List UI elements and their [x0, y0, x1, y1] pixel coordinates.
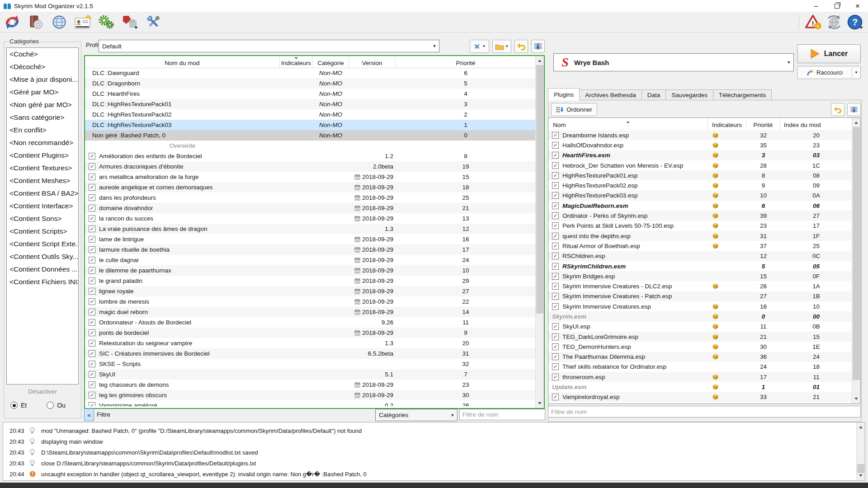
scrollbar-thumb[interactable] — [857, 464, 864, 473]
mod-row[interactable]: ✓la rancon du succes122018-09-2913 — [85, 213, 536, 224]
overwrite-separator-row[interactable]: Overwrite — [85, 141, 536, 151]
tab-archives-bethesda[interactable]: Archives Bethesda — [580, 89, 642, 100]
mod-row[interactable]: ✓SIC - Créatures immersives de Bordeciel… — [85, 348, 536, 359]
mod-checkbox[interactable]: ✓ — [89, 153, 95, 160]
plugin-row[interactable]: ✓Hebrock_Der Schatten von Meresis - EV.e… — [548, 160, 852, 170]
mod-row[interactable]: DLC :DragonbornNon-MO5 — [85, 78, 536, 89]
plugin-checkbox[interactable]: ✓ — [552, 333, 559, 340]
plugin-row[interactable]: ✓RSkyrimChildren.esm505 — [548, 261, 852, 271]
mod-row[interactable]: ✓lombre de meresis122018-09-2922 — [85, 296, 536, 307]
plugin-checkbox[interactable]: ✓ — [552, 202, 559, 209]
categories-list[interactable]: <Coché><Décoché><Mise à jour disponi...<… — [6, 47, 79, 385]
mod-row[interactable]: ✓SkyUI5.17 — [85, 369, 536, 380]
scroll-down-icon[interactable] — [536, 400, 544, 408]
update-check-icon[interactable] — [826, 14, 843, 31]
tab-plugins[interactable]: Plugins — [548, 88, 580, 100]
mod-row[interactable]: ✓Armures draconiques d'ébonite2.0beta19 — [85, 161, 536, 172]
plugin-checkbox[interactable]: ✓ — [552, 293, 559, 300]
plugin-filter-input[interactable] — [548, 406, 861, 418]
mod-row[interactable]: ✓lignee royale122018-09-2927 — [85, 286, 536, 296]
profile-card-icon[interactable] — [74, 14, 91, 31]
mod-checkbox[interactable]: ✓ — [89, 361, 95, 367]
column-header-indicateurs[interactable]: Indicateurs — [280, 56, 313, 68]
plugin-row[interactable]: ✓Skyrim Immersive Creatures - DLC2.esp26… — [548, 281, 852, 291]
filter-collapse-button[interactable]: « — [84, 408, 94, 421]
close-button[interactable]: ✕ — [847, 0, 868, 12]
mod-checkbox[interactable]: ✓ — [89, 350, 95, 357]
plugin-row[interactable]: ✓Skyrim Bridges.esp150F — [548, 271, 852, 281]
mod-row[interactable]: Non géré :Bashed Patch, 0Non-MO0 — [85, 130, 536, 141]
category-item[interactable]: <En conflit> — [7, 124, 78, 136]
mod-row[interactable]: DLC :HighResTexturePack01Non-MO3 — [85, 99, 536, 109]
category-item[interactable]: <Contient Scripts> — [7, 225, 78, 238]
help-dropdown-arrow[interactable] — [859, 27, 863, 31]
category-item[interactable]: <Contient Sons> — [7, 212, 78, 225]
shortcut-button[interactable]: Raccourci ▼ — [797, 66, 861, 79]
install-mod-icon[interactable] — [4, 14, 21, 31]
filter-category-combo[interactable]: Catégories ▼ — [375, 409, 458, 421]
plugin-checkbox[interactable]: ✓ — [552, 243, 559, 249]
scroll-up-icon[interactable] — [536, 56, 544, 64]
category-item[interactable]: <Contient Fichiers INI> — [7, 276, 78, 288]
mod-row[interactable]: ✓larmure rituelle de boethia122018-09-29… — [85, 244, 536, 255]
category-item[interactable]: <Non géré par MO> — [7, 99, 78, 111]
category-item[interactable]: <Contient BSA / BA2> — [7, 187, 78, 200]
mod-checkbox[interactable]: ✓ — [89, 371, 95, 378]
mod-checkbox[interactable]: ✓ — [89, 215, 95, 222]
mod-row[interactable]: ✓teg les grimoires obscurs122018-09-2930 — [85, 390, 536, 400]
mod-row[interactable]: ✓Vampirisime amélioré0.226 — [85, 400, 536, 406]
mod-row[interactable]: ✓Amélioration des enfants de Bordeciel1.… — [85, 151, 536, 161]
mod-row[interactable]: ✓magic duel reborn122018-09-2914 — [85, 307, 536, 317]
plugin-checkbox[interactable]: ✓ — [552, 323, 559, 330]
restore-button[interactable] — [826, 0, 847, 12]
mod-checkbox[interactable]: ✓ — [89, 174, 95, 180]
mod-row[interactable]: ✓SKSE – Scripts32 — [85, 359, 536, 369]
tools-puzzle-icon[interactable] — [121, 14, 138, 31]
plugin-row[interactable]: ✓HighResTexturePack01.esp808 — [548, 170, 852, 180]
tab-t-l-chargements[interactable]: Téléchargements — [713, 89, 772, 100]
mod-name-filter-input[interactable] — [459, 409, 545, 420]
radio-and[interactable]: Et — [10, 402, 27, 409]
plugin-checkbox[interactable]: ✓ — [552, 233, 559, 239]
scroll-up-icon[interactable] — [852, 118, 860, 126]
mod-checkbox[interactable]: ✓ — [89, 257, 95, 263]
mod-row[interactable]: ✓le culte dagnar122018-09-2924 — [85, 255, 536, 265]
mod-row[interactable]: ✓domaine dovahndor122018-09-2921 — [85, 203, 536, 213]
plugin-row[interactable]: ✓Thief skills rebalance for Ordinator.es… — [548, 362, 852, 372]
scroll-down-icon[interactable] — [852, 396, 860, 404]
plugin-row[interactable]: ✓Perk Points at Skill Levels 50-75-100.e… — [548, 221, 852, 231]
mod-checkbox[interactable]: ✓ — [89, 329, 95, 336]
mod-checkbox[interactable]: ✓ — [89, 205, 95, 211]
dropdown-arrow-icon[interactable] — [134, 27, 138, 31]
category-item[interactable]: <Contient Textures> — [7, 162, 78, 174]
scrollbar-thumb[interactable] — [536, 65, 543, 314]
category-item[interactable]: <Contient Outils Sky... — [7, 250, 78, 263]
mod-checkbox[interactable]: ✓ — [89, 267, 95, 274]
plugin-row[interactable]: ✓HighResTexturePack02.esp909 — [548, 180, 852, 190]
mod-row[interactable]: ✓teg chasseurs de demons122018-09-2923 — [85, 380, 536, 390]
plugin-checkbox[interactable]: ✓ — [552, 192, 559, 199]
mod-row[interactable]: ✓dans les profondeurs122018-09-2925 — [85, 192, 536, 203]
category-item[interactable]: <Contient Script Exte... — [7, 238, 78, 250]
plugin-row[interactable]: Update.esm101 — [548, 382, 852, 392]
mod-row[interactable]: ✓Retexturation du seigneur vampire1.320 — [85, 338, 536, 348]
scroll-up-icon[interactable] — [857, 422, 865, 430]
notifications-warning-icon[interactable]: !1 — [805, 14, 822, 31]
tab-sauvegardes[interactable]: Sauvegardes — [666, 89, 713, 100]
mod-row[interactable]: ✓le dilemme de paarthurnax122018-09-2910 — [85, 265, 536, 276]
column-header-priorite[interactable]: Priorité — [396, 56, 536, 68]
plugin-checkbox[interactable]: ✓ — [552, 394, 559, 400]
category-item[interactable]: <Sans catégorie> — [7, 111, 78, 124]
category-item[interactable]: <Contient Interface> — [7, 200, 78, 212]
tab-data[interactable]: Data — [642, 89, 666, 100]
plugin-checkbox[interactable]: ✓ — [552, 353, 559, 360]
mod-row[interactable]: DLC :HighResTexturePack02Non-MO2 — [85, 109, 536, 120]
mod-checkbox[interactable]: ✓ — [89, 392, 95, 399]
plugin-list-scrollbar[interactable] — [852, 118, 860, 404]
minimize-button[interactable]: ─ — [806, 0, 826, 12]
mod-checkbox[interactable]: ✓ — [89, 225, 95, 232]
plugin-row[interactable]: ✓SkyUI.esp110B — [548, 322, 852, 332]
plugin-row[interactable]: ✓TEG_DarkLoreGrimoire.esp2115 — [548, 332, 852, 342]
mod-row[interactable]: ✓La vraie puissance des âmes de dragon1.… — [85, 224, 536, 234]
category-item[interactable]: <Non recommandé> — [7, 136, 78, 149]
